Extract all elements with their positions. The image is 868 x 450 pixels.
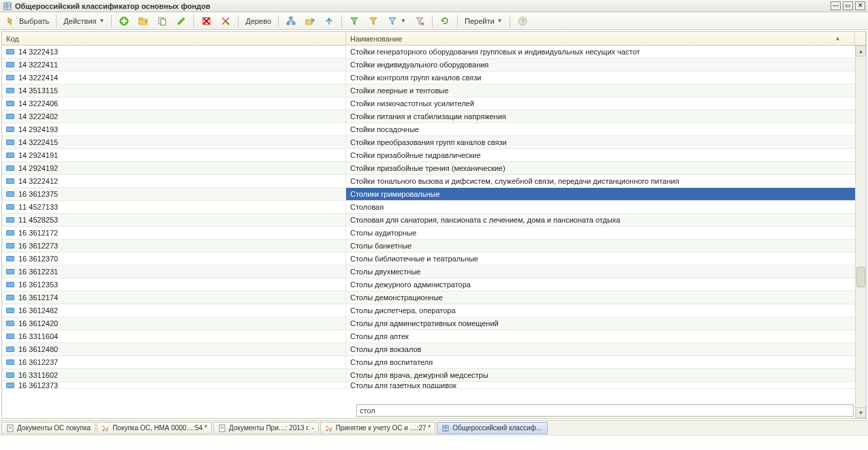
taskbar-tab[interactable]: Документы ОС покупка — [1, 422, 95, 434]
table-row[interactable]: 14 3222411Стойки индивидуального оборудо… — [2, 59, 855, 71]
cell-code: 16 3612482 — [2, 304, 346, 317]
cell-code: 14 2924192 — [2, 162, 346, 174]
cell-code: 11 4528253 — [2, 214, 346, 226]
table-row[interactable]: 16 3612231Столы двухместные — [2, 266, 855, 278]
actions-button[interactable]: Действия ▼ — [60, 14, 108, 28]
table-row[interactable]: 16 3612237Столы для воспитателя — [2, 356, 855, 369]
cross-edit-button[interactable] — [217, 14, 234, 28]
table-row[interactable]: 16 3612480Столы для вокзалов — [2, 343, 855, 356]
table-row[interactable]: 14 3222406Стойки низкочастотных усилител… — [2, 97, 855, 110]
code-text: 14 3222406 — [18, 99, 58, 108]
table-row[interactable]: 11 4528253Столовая для санатория, пансио… — [2, 214, 855, 227]
cell-code: 14 3222406 — [2, 97, 346, 110]
copy-button[interactable] — [153, 14, 171, 28]
refresh-button[interactable] — [436, 14, 454, 28]
tree-button[interactable]: Дерево — [242, 14, 275, 28]
cell-code: 16 3311602 — [2, 369, 346, 381]
filter-button[interactable]: ▼ — [384, 14, 409, 28]
table-row[interactable]: 16 3612174Столы демонстрационные — [2, 291, 855, 304]
item-icon — [6, 230, 14, 236]
item-icon — [6, 347, 14, 352]
maximize-button[interactable]: ▭ — [843, 1, 853, 10]
filter-by-value-button[interactable] — [345, 14, 363, 28]
cell-code: 16 3612420 — [2, 317, 346, 330]
pencil-icon — [176, 16, 187, 27]
level-up-button[interactable] — [320, 14, 338, 28]
scroll-track[interactable] — [856, 57, 866, 407]
taskbar-tab[interactable]: Покупка ОС, НМА 0000…:54 * — [97, 422, 212, 434]
table-row[interactable]: 11 4527133Столовая — [2, 201, 855, 214]
table-row[interactable]: 16 3612370Столы библиотечные и театральн… — [2, 253, 855, 266]
cell-name: Столы дежурного администратора — [346, 278, 855, 291]
item-icon — [6, 256, 14, 261]
item-icon — [6, 62, 14, 67]
item-icon — [6, 282, 14, 287]
code-text: 16 3311602 — [18, 371, 58, 379]
add-group-button[interactable]: + — [134, 14, 152, 28]
table-row[interactable]: 16 3612373Столы для газетных подшивок — [2, 382, 855, 389]
cell-name: Стойки индивидуального оборудования — [346, 59, 855, 71]
item-icon — [6, 165, 14, 171]
table-row[interactable]: 16 3612420Столы для административных пом… — [2, 317, 855, 330]
close-button[interactable]: ✕ — [855, 1, 865, 10]
move-to-group-button[interactable] — [301, 14, 319, 28]
separator — [432, 15, 433, 27]
delete-mark-button[interactable] — [198, 14, 215, 28]
edit-button[interactable] — [172, 14, 190, 28]
code-text: 16 3612373 — [18, 382, 58, 389]
clear-filter-button[interactable] — [411, 14, 429, 28]
add-button[interactable] — [115, 14, 133, 28]
table-row[interactable]: 16 3612482Столы диспетчера, оператора — [2, 304, 855, 317]
history-filter-button[interactable] — [365, 14, 382, 28]
cell-name: Стойки тонального вызова и дифсистем, сл… — [346, 175, 855, 187]
code-text: 14 2924191 — [18, 151, 58, 159]
help-button[interactable]: ? — [514, 14, 531, 28]
cell-code: 16 3612353 — [2, 278, 346, 291]
table-row[interactable]: 14 2924193Стойки посадочные — [2, 123, 855, 136]
cell-name: Стойки низкочастотных усилителей — [346, 97, 855, 110]
taskbar-tab[interactable]: Общероссийский классиф… — [437, 422, 548, 434]
table-row[interactable]: 14 3222402Стойки питания и стабилизации … — [2, 110, 855, 123]
table-row[interactable]: 16 3311604Столы для аптек — [2, 330, 855, 343]
item-icon — [6, 178, 14, 184]
table-row[interactable]: 16 3612273Столы банкетные — [2, 240, 855, 253]
item-icon — [6, 127, 14, 132]
sort-indicator-icon: ▴ — [836, 34, 839, 42]
cell-name: Столы аудиторные — [346, 227, 855, 239]
item-icon — [6, 308, 14, 313]
goto-button[interactable]: Перейти ▼ — [461, 14, 506, 28]
table-row[interactable]: 14 3222414Стойки контроля групп каналов … — [2, 71, 855, 84]
scroll-thumb[interactable] — [856, 267, 865, 287]
item-icon — [6, 334, 14, 339]
search-input[interactable]: стол — [356, 404, 854, 417]
vertical-scrollbar[interactable]: ▲ ▼ — [855, 46, 866, 418]
taskbar-tab[interactable]: Документы При…: 2013 г. - — [213, 422, 319, 434]
code-text: 16 3612172 — [18, 229, 58, 237]
table-row[interactable]: 16 3612375Столики гримировальные — [2, 188, 855, 201]
column-header-name[interactable]: Наименование ▴ — [346, 32, 855, 45]
taskbar-tab[interactable]: Принятие к учету ОС и …:27 * — [320, 422, 436, 434]
table-row[interactable]: 16 3612353Столы дежурного администратора — [2, 278, 855, 291]
table-row[interactable]: 14 3222412Стойки тонального вызова и диф… — [2, 175, 855, 188]
goto-label: Перейти — [465, 17, 495, 25]
table-row[interactable]: 14 3513115Стойки леерные и тентовые — [2, 84, 855, 97]
scroll-up-button[interactable]: ▲ — [856, 46, 866, 57]
hierarchy-button[interactable] — [282, 14, 300, 28]
code-text: 16 3612482 — [18, 306, 58, 315]
cell-name: Столы демонстрационные — [346, 291, 855, 304]
table-row[interactable]: 16 3311602Столы для врача, дежурной медс… — [2, 369, 855, 382]
plus-icon — [119, 16, 129, 27]
minimize-button[interactable]: — — [831, 1, 841, 10]
funnel-clear-icon — [414, 16, 425, 27]
task-icon — [218, 424, 226, 432]
table-row[interactable]: 14 2924191Стойки призабойные гидравличес… — [2, 149, 855, 162]
select-button[interactable]: Выбрать — [3, 14, 52, 28]
table-row[interactable]: 14 3222413Стойки генераторного оборудова… — [2, 46, 855, 59]
folder-arrow-icon — [305, 16, 315, 27]
table-row[interactable]: 14 3222415Стойки преобразования групп ка… — [2, 136, 855, 149]
statusbar — [0, 435, 868, 450]
column-header-code[interactable]: Код — [2, 32, 346, 45]
scroll-down-button[interactable]: ▼ — [856, 407, 866, 418]
table-row[interactable]: 16 3612172Столы аудиторные — [2, 227, 855, 240]
table-row[interactable]: 14 2924192Стойки призабойные трения (мех… — [2, 162, 855, 175]
